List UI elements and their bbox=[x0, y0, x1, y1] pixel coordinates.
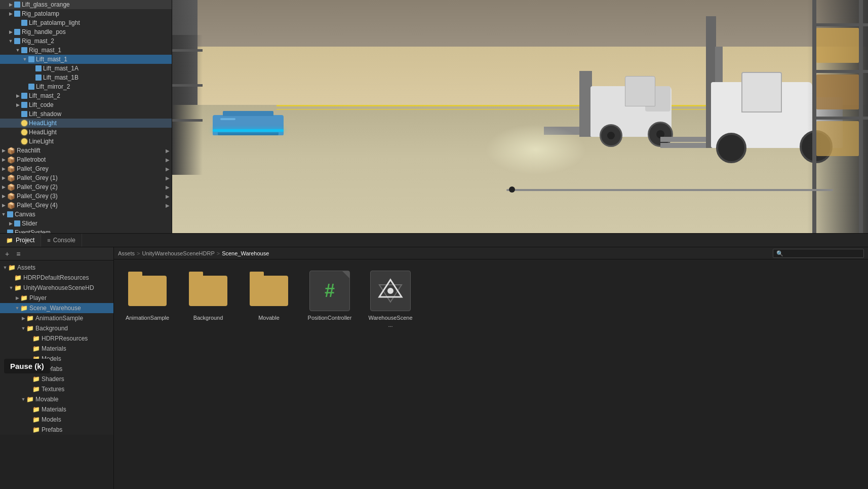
tree-arrow-pallet_grey[interactable]: ▶ bbox=[0, 166, 7, 171]
asset-item-warehouse_scene[interactable]: WarehouseScene... bbox=[365, 268, 416, 332]
hierarchy-item-rig_patolamp[interactable]: ▶Rig_patolamp bbox=[0, 9, 172, 18]
tree-arrow-rig_mast_1[interactable]: ▼ bbox=[14, 48, 21, 53]
ptree-item-textures[interactable]: 📁Textures bbox=[0, 384, 113, 394]
tab-project[interactable]: 📁 Project bbox=[0, 234, 41, 247]
tree-arrow-rig_handle_pos[interactable]: ▶ bbox=[7, 29, 14, 34]
ptree-item-hdrp_default[interactable]: 📁HDRPDefaultResources bbox=[0, 273, 113, 283]
hierarchy-item-headlight_2[interactable]: HeadLight bbox=[0, 128, 172, 137]
tree-arrow-pallet_grey_3[interactable]: ▶ bbox=[0, 194, 7, 199]
ptree-icon-player: 📁 bbox=[20, 294, 28, 302]
ptree-item-hdrp_resources[interactable]: 📁HDRPResources bbox=[0, 333, 113, 344]
ptree-arrow-background[interactable]: ▼ bbox=[20, 326, 26, 331]
ptree-item-models[interactable]: 📁Models bbox=[0, 354, 113, 364]
hierarchy-item-canvas[interactable]: ▼Canvas bbox=[0, 210, 172, 219]
ptree-arrow-animation_sample[interactable]: ▶ bbox=[20, 316, 26, 321]
hierarchy-item-pallet_grey[interactable]: ▶📦Pallet_Grey▶ bbox=[0, 164, 172, 173]
hierarchy-item-headlight_1[interactable]: HeadLight bbox=[0, 119, 172, 128]
hierarchy-item-lift_patolamp_light[interactable]: Lift_patolamp_light bbox=[0, 18, 172, 27]
tree-label-pallet_grey_1: Pallet_Grey (1) bbox=[17, 174, 58, 181]
ptree-label-scene_warehouse: Scene_Warehouse bbox=[29, 305, 81, 312]
ptree-label-materials: Materials bbox=[42, 345, 66, 352]
tree-arrow-lift_mast_1[interactable]: ▼ bbox=[21, 57, 28, 62]
ptree-item-movable_materials[interactable]: 📁Materials bbox=[0, 404, 113, 415]
hierarchy-item-rig_mast_2[interactable]: ▼Rig_mast_2 bbox=[0, 36, 172, 46]
asset-item-position_controller[interactable]: # PositionController bbox=[304, 268, 355, 332]
tree-arrow-canvas[interactable]: ▼ bbox=[0, 212, 7, 217]
ptree-item-background[interactable]: ▼📁Background bbox=[0, 323, 113, 333]
asset-item-movable[interactable]: Movable bbox=[244, 268, 294, 332]
ptree-item-shaders[interactable]: 📁Shaders bbox=[0, 374, 113, 384]
tree-arrow-lift_glass_orange[interactable]: ▶ bbox=[7, 2, 14, 7]
hierarchy-item-eventsystem[interactable]: EventSystem bbox=[0, 228, 172, 233]
tab-console[interactable]: ≡ Console bbox=[41, 234, 82, 247]
ptree-icon-movable_materials: 📁 bbox=[32, 406, 40, 413]
right-arrow-pallet_grey_3[interactable]: ▶ bbox=[166, 194, 170, 199]
hierarchy-item-lift_code[interactable]: ▶Lift_code bbox=[0, 100, 172, 109]
ptree-item-materials[interactable]: 📁Materials bbox=[0, 344, 113, 354]
hierarchy-item-palletrobot[interactable]: ▶📦Palletrobot▶ bbox=[0, 155, 172, 164]
hierarchy-item-linelight[interactable]: LineLight bbox=[0, 137, 172, 146]
asset-item-animation_sample[interactable]: AnimationSample bbox=[122, 268, 173, 332]
ptree-label-background: Background bbox=[35, 325, 68, 332]
tree-arrow-rig_mast_2[interactable]: ▼ bbox=[7, 39, 14, 44]
tree-arrow-rig_patolamp[interactable]: ▶ bbox=[7, 11, 14, 16]
hierarchy-item-lift_mirror_2[interactable]: Lift_mirror_2 bbox=[0, 82, 172, 91]
ptree-item-animation_sample[interactable]: ▶📁AnimationSample bbox=[0, 313, 113, 323]
right-arrow-palletrobot[interactable]: ▶ bbox=[166, 157, 170, 163]
hierarchy-item-lift_mast_1a[interactable]: Lift_mast_1A bbox=[0, 64, 172, 73]
add-button[interactable]: + bbox=[3, 249, 11, 259]
hierarchy-item-rig_mast_1[interactable]: ▼Rig_mast_1 bbox=[0, 46, 172, 55]
right-arrow-reachlift[interactable]: ▶ bbox=[166, 148, 170, 154]
hierarchy-item-lift_glass_orange[interactable]: ▶Lift_glass_orange bbox=[0, 0, 172, 9]
ptree-item-assets_root[interactable]: ▼📁Assets bbox=[0, 262, 113, 273]
ptree-arrow-movable[interactable]: ▼ bbox=[20, 397, 26, 402]
right-arrow-pallet_grey_4[interactable]: ▶ bbox=[166, 203, 170, 208]
breadcrumb-scene-warehouse[interactable]: Scene_Warehouse bbox=[222, 250, 269, 256]
viewport[interactable] bbox=[172, 0, 868, 233]
tree-arrow-pallet_grey_1[interactable]: ▶ bbox=[0, 175, 7, 180]
hierarchy-item-lift_shadow[interactable]: Lift_shadow bbox=[0, 109, 172, 119]
ptree-item-player[interactable]: ▶📁Player bbox=[0, 293, 113, 303]
ptree-arrow-player[interactable]: ▶ bbox=[14, 295, 20, 300]
ptree-item-unity_warehouse[interactable]: ▼📁UnityWarehouseSceneHD bbox=[0, 283, 113, 293]
tree-arrow-lift_code[interactable]: ▶ bbox=[14, 102, 21, 107]
hierarchy-item-pallet_grey_2[interactable]: ▶📦Pallet_Grey (2)▶ bbox=[0, 182, 172, 192]
ptree-item-prefabs[interactable]: 📁Prefabs bbox=[0, 364, 113, 374]
ptree-label-assets_root: Assets bbox=[17, 264, 35, 271]
hierarchy-item-lift_mast_2[interactable]: ▶Lift_mast_2 bbox=[0, 91, 172, 100]
search-input[interactable] bbox=[773, 249, 864, 258]
breadcrumb-unity-warehouse[interactable]: UnityWarehouseSceneHDRP bbox=[142, 250, 214, 256]
hierarchy-item-reachlift[interactable]: ▶📦Reachlift▶ bbox=[0, 146, 172, 155]
tree-arrow-reachlift[interactable]: ▶ bbox=[0, 148, 7, 153]
hierarchy-item-lift_mast_1b[interactable]: Lift_mast_1B bbox=[0, 73, 172, 82]
menu-button[interactable]: ≡ bbox=[14, 249, 22, 259]
ptree-item-scene_warehouse[interactable]: ▼📁Scene_Warehouse bbox=[0, 303, 113, 313]
ptree-item-movable[interactable]: ▼📁Movable bbox=[0, 394, 113, 404]
right-arrow-pallet_grey_2[interactable]: ▶ bbox=[166, 184, 170, 190]
viewport-slider[interactable] bbox=[506, 189, 834, 191]
hierarchy-item-slider[interactable]: ▶Slider bbox=[0, 219, 172, 228]
right-arrow-pallet_grey[interactable]: ▶ bbox=[166, 166, 170, 172]
slider-handle[interactable] bbox=[509, 186, 515, 193]
hierarchy-item-rig_handle_pos[interactable]: ▶Rig_handle_pos bbox=[0, 27, 172, 36]
asset-item-background[interactable]: Background bbox=[183, 268, 233, 332]
hierarchy-item-pallet_grey_1[interactable]: ▶📦Pallet_Grey (1)▶ bbox=[0, 173, 172, 182]
ptree-item-movable_models[interactable]: 📁Models bbox=[0, 415, 113, 425]
right-arrow-pallet_grey_1[interactable]: ▶ bbox=[166, 175, 170, 181]
hierarchy-item-pallet_grey_3[interactable]: ▶📦Pallet_Grey (3)▶ bbox=[0, 192, 172, 201]
ptree-item-movable_prefabs[interactable]: 📁Prefabs bbox=[0, 425, 113, 435]
tree-arrow-pallet_grey_2[interactable]: ▶ bbox=[0, 184, 7, 190]
breadcrumb-assets[interactable]: Assets bbox=[118, 250, 135, 256]
unity-logo-icon bbox=[378, 278, 403, 304]
bottom-section: + ≡ ▼📁Assets📁HDRPDefaultResources▼📁Unity… bbox=[0, 247, 868, 489]
hierarchy-item-lift_mast_1[interactable]: ▼Lift_mast_1 bbox=[0, 55, 172, 64]
ptree-arrow-scene_warehouse[interactable]: ▼ bbox=[14, 306, 20, 311]
ptree-arrow-assets_root[interactable]: ▼ bbox=[2, 265, 8, 270]
tree-arrow-slider[interactable]: ▶ bbox=[7, 221, 14, 226]
tree-arrow-pallet_grey_4[interactable]: ▶ bbox=[0, 203, 7, 208]
hierarchy-item-pallet_grey_4[interactable]: ▶📦Pallet_Grey (4)▶ bbox=[0, 201, 172, 210]
tree-arrow-palletrobot[interactable]: ▶ bbox=[0, 157, 7, 162]
right-panel: Assets > UnityWarehouseSceneHDRP > Scene… bbox=[114, 247, 868, 489]
tree-arrow-lift_mast_2[interactable]: ▶ bbox=[14, 93, 21, 98]
ptree-arrow-unity_warehouse[interactable]: ▼ bbox=[8, 285, 14, 290]
